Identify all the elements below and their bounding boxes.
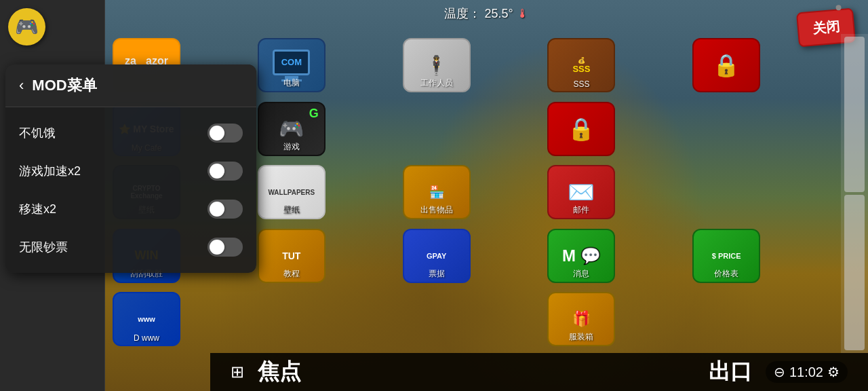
app-mail-label: 邮件	[573, 204, 589, 216]
mod-toggle-unlimited-cash[interactable]	[208, 238, 243, 257]
bottom-nav: ⊞ 焦点 出口 ⊖ 11:02 ⚙	[210, 353, 868, 391]
temperature-display: 温度： 25.5° 🌡	[444, 5, 528, 22]
app-game-label: 游戏	[283, 141, 300, 153]
mod-menu-header[interactable]: ‹ MOD菜单	[5, 64, 256, 107]
grid-icon[interactable]: ⊞	[231, 362, 244, 381]
app-lock2[interactable]: 🔒	[547, 102, 615, 156]
mod-item-no-hunger-label: 不饥饿	[19, 125, 56, 141]
app-sss-label: SSS	[573, 79, 589, 89]
mod-item-no-hunger: 不饥饿	[5, 114, 256, 152]
app-worker[interactable]: 🕴 工作人员	[403, 38, 471, 92]
focus-label[interactable]: 焦点	[258, 357, 301, 387]
mod-menu-items: 不饥饿 游戏加速x2 移速x2 无限钞票	[5, 107, 256, 273]
exit-label[interactable]: 出口	[709, 357, 752, 387]
scroll-bar-top[interactable]	[844, 37, 865, 192]
app-wardrobe[interactable]: 🎁 服装箱	[547, 292, 615, 346]
app-lock1[interactable]: 🔒	[692, 38, 760, 92]
mod-item-unlimited-cash: 无限钞票	[5, 228, 256, 266]
app-www[interactable]: www D www	[113, 292, 180, 346]
app-game[interactable]: 🎮 G 游戏	[258, 102, 326, 156]
app-ticket[interactable]: GPAY 票据	[403, 229, 471, 283]
game-controller-icon[interactable]: 🎮	[8, 8, 45, 45]
settings-icon[interactable]: ⚙	[827, 364, 840, 380]
mod-menu-title: MOD菜单	[32, 75, 96, 96]
app-wallpaper[interactable]: WALLPAPERS 壁纸	[258, 165, 326, 219]
app-message-label: 消息	[573, 268, 589, 280]
mod-item-speed-x2: 游戏加速x2	[5, 152, 256, 190]
mod-toggle-no-hunger[interactable]	[208, 124, 243, 143]
clock-display: ⊖ 11:02 ⚙	[766, 361, 848, 383]
mod-item-speed-x2-label: 游戏加速x2	[19, 163, 81, 179]
mod-item-move-x2-label: 移速x2	[19, 201, 56, 217]
app-worker-label: 工作人员	[420, 77, 453, 89]
mod-item-unlimited-cash-label: 无限钞票	[19, 239, 68, 255]
app-mail[interactable]: ✉️ 邮件	[547, 165, 615, 219]
mod-toggle-speed-x2[interactable]	[208, 162, 243, 181]
app-tutorial[interactable]: TUT 教程	[258, 229, 326, 283]
app-www-label: D www	[134, 333, 159, 343]
app-message[interactable]: M 💬 消息	[547, 229, 615, 283]
app-wardrobe-label: 服装箱	[569, 331, 593, 343]
mod-item-move-x2: 移速x2	[5, 190, 256, 228]
empty-slot	[403, 102, 544, 162]
app-computer[interactable]: COM 电脑	[258, 38, 326, 92]
app-tutorial-label: 教程	[283, 268, 300, 280]
mod-toggle-move-x2[interactable]	[208, 200, 243, 219]
app-computer-label: 电脑	[283, 77, 300, 89]
app-price-label: 价格表	[714, 268, 738, 280]
app-sell-label: 出售物品	[420, 204, 453, 216]
app-sell[interactable]: 🏪 出售物品	[403, 165, 471, 219]
mod-menu-panel: ‹ MOD菜单 不饥饿 游戏加速x2 移速x2 无限钞票	[5, 64, 256, 273]
mod-menu-back-button[interactable]: ‹	[19, 77, 24, 94]
app-price[interactable]: $ PRICE 价格表	[692, 229, 760, 283]
app-wallpaper-label: 壁纸	[283, 204, 300, 216]
right-scrollbar[interactable]	[841, 34, 868, 353]
app-ticket-label: 票据	[429, 268, 445, 280]
scroll-bar-bottom[interactable]	[844, 195, 865, 350]
app-sss[interactable]: 💰 SSS SSS	[547, 38, 615, 92]
